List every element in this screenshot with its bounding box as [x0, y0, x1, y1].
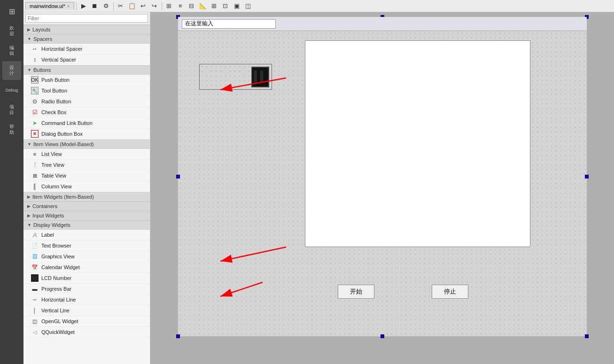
radio-button-icon: ⊙ — [31, 98, 39, 105]
stop-button[interactable]: 停止 — [432, 285, 468, 299]
category-buttons[interactable]: ▼ Buttons — [23, 65, 150, 75]
dialog-button-box-label: Dialog Button Box — [41, 131, 83, 137]
category-display-widgets[interactable]: ▼ Display Widgets — [23, 220, 150, 230]
widget-radio-button[interactable]: ⊙ Radio Button — [23, 96, 150, 107]
widget-list-view[interactable]: ≡ List View — [23, 149, 150, 160]
toolbar-help-btn[interactable]: 帮助 — [2, 120, 21, 139]
radio-button-label: Radio Button — [41, 99, 71, 104]
toolbar-btn-6[interactable]: ↩ — [138, 1, 148, 11]
design-area[interactable]: ▌▌ 开始 停止 — [150, 12, 614, 364]
arrow-item-views: ▼ — [27, 142, 31, 147]
widget-vertical-spacer[interactable]: ↕ Vertical Spacer — [23, 54, 150, 65]
filter-input[interactable] — [25, 14, 148, 23]
arrow-input-widgets: ▶ — [27, 213, 31, 218]
vertical-line-label: Vertical Line — [41, 308, 70, 313]
horizontal-spacer-icon: ↔ — [31, 45, 39, 53]
text-browser-icon: 📄 — [31, 242, 39, 249]
command-link-button-icon: ➤ — [31, 119, 39, 127]
push-button-icon: OK — [31, 76, 39, 84]
toolbar-btn-3[interactable]: ⚙ — [101, 1, 111, 11]
file-tab-close[interactable]: × — [67, 4, 70, 9]
toolbar-btn-4[interactable]: ✂ — [116, 1, 126, 11]
widget-progress-bar[interactable]: ▬ Progress Bar — [23, 284, 150, 294]
category-spacers[interactable]: ▼ Spacers — [23, 34, 150, 44]
toolbar-btn-11[interactable]: 📐 — [198, 1, 208, 11]
toolbar-welcome-btn[interactable]: 欢迎 — [2, 22, 21, 40]
category-item-views[interactable]: ▼ Item Views (Model-Based) — [23, 139, 150, 149]
category-containers[interactable]: ▶ Containers — [23, 201, 150, 211]
widget-horizontal-line[interactable]: ─ Horizontal Line — [23, 294, 150, 305]
toolbar-btn-13[interactable]: ⊡ — [220, 1, 231, 11]
tree-view-label: Tree View — [41, 162, 64, 168]
toolbar-design-btn[interactable]: 设计 — [2, 61, 21, 80]
progress-bar-label: Progress Bar — [41, 286, 71, 292]
qquick-widget-label: QQuickWidget — [41, 329, 75, 335]
help-label: 帮助 — [9, 124, 14, 135]
widget-tree-view[interactable]: ⋮ Tree View — [23, 160, 150, 170]
main-content: mainwindow.ui* × ▶ ⏹ ⚙ ✂ 📋 ↩ ↪ ⊞ ≡ ⊟ 📐 ⊞… — [23, 0, 614, 364]
arrow-layouts: ▶ — [27, 27, 31, 32]
widget-table-view[interactable]: ⊞ Table View — [23, 170, 150, 181]
toolbar-btn-8[interactable]: ⊞ — [164, 1, 174, 11]
toolbar-project-btn[interactable]: 项目 — [2, 101, 21, 119]
column-view-label: Column View — [41, 184, 72, 189]
design-label: 设计 — [9, 65, 14, 76]
canvas-container: ▌▌ 开始 停止 — [178, 17, 587, 336]
vertical-line-icon: │ — [31, 307, 39, 314]
toolbar-btn-12[interactable]: ⊞ — [209, 1, 219, 11]
main-text-area[interactable] — [305, 40, 530, 247]
table-view-label: Table View — [41, 173, 66, 178]
category-input-widgets[interactable]: ▶ Input Widgets — [23, 211, 150, 220]
dialog-button-box-icon: ✕ — [31, 130, 39, 138]
progress-bar-icon: ▬ — [31, 285, 39, 293]
opengl-widget-label: OpenGL Widget — [41, 318, 78, 324]
qquick-widget-icon: ◁ — [31, 328, 39, 336]
widget-command-link-button[interactable]: ➤ Command Link Button — [23, 118, 150, 129]
widget-text-browser[interactable]: 📄 Text Browser — [23, 240, 150, 251]
category-input-widgets-label: Input Widgets — [32, 213, 64, 218]
graphics-view-label: Graphics View — [41, 254, 75, 259]
toolbar-btn-9[interactable]: ≡ — [175, 1, 186, 11]
toolbar-btn-2[interactable]: ⏹ — [90, 1, 100, 11]
widget-vertical-line[interactable]: │ Vertical Line — [23, 305, 150, 316]
horizontal-spacer-label: Horizontal Spacer — [41, 46, 82, 52]
toolbar-btn-5[interactable]: 📋 — [127, 1, 137, 11]
edit-label: 编辑 — [9, 45, 14, 56]
widget-calendar-widget[interactable]: 📅 Calendar Widget — [23, 262, 150, 273]
toolbar-grid-btn[interactable]: ⊞ — [2, 2, 21, 21]
category-layouts[interactable]: ▶ Layouts — [23, 25, 150, 34]
toolbar-debug-btn[interactable]: Debug — [2, 81, 21, 100]
sel-handle-mr — [585, 175, 589, 178]
category-layouts-label: Layouts — [32, 27, 51, 32]
category-item-widgets[interactable]: ▶ Item Widgets (Item-Based) — [23, 192, 150, 201]
widget-opengl-widget[interactable]: ◫ OpenGL Widget — [23, 316, 150, 327]
welcome-label: 欢迎 — [9, 25, 14, 37]
widget-check-box[interactable]: ☑ Check Box — [23, 107, 150, 118]
toolbar-btn-10[interactable]: ⊟ — [187, 1, 197, 11]
svg-line-1 — [220, 247, 286, 261]
widget-label[interactable]: A Label — [23, 230, 150, 240]
calendar-widget-icon: 📅 — [31, 263, 39, 271]
vertical-toolbar: ⊞ 欢迎 编辑 设计 Debug 项目 帮助 — [0, 0, 23, 364]
tree-view-icon: ⋮ — [31, 161, 39, 169]
arrow-display-widgets: ▼ — [27, 223, 31, 227]
widget-push-button[interactable]: OK Push Button — [23, 75, 150, 85]
widget-tool-button[interactable]: 🔧 Tool Button — [23, 85, 150, 96]
widget-dialog-button-box[interactable]: ✕ Dialog Button Box — [23, 129, 150, 139]
widget-graphics-view[interactable]: 🖼 Graphics View — [23, 251, 150, 262]
category-buttons-label: Buttons — [33, 67, 51, 73]
widget-qquick-widget[interactable]: ◁ QQuickWidget — [23, 327, 150, 338]
widget-lcd-number[interactable]: 12 LCD Number — [23, 273, 150, 284]
widget-column-view[interactable]: ║ Column View — [23, 181, 150, 192]
canvas-search-input[interactable] — [182, 19, 276, 29]
file-tab[interactable]: mainwindow.ui* × — [25, 2, 74, 10]
toolbar-edit-btn[interactable]: 编辑 — [2, 41, 21, 60]
toolbar-btn-7[interactable]: ↪ — [149, 1, 160, 11]
table-view-icon: ⊞ — [31, 172, 39, 179]
toolbar-btn-1[interactable]: ▶ — [78, 1, 89, 11]
toolbar-btn-14[interactable]: ▣ — [232, 1, 242, 11]
widget-horizontal-spacer[interactable]: ↔ Horizontal Spacer — [23, 44, 150, 54]
list-view-label: List View — [41, 151, 62, 157]
toolbar-btn-15[interactable]: ◫ — [243, 1, 253, 11]
start-button[interactable]: 开始 — [338, 285, 374, 299]
